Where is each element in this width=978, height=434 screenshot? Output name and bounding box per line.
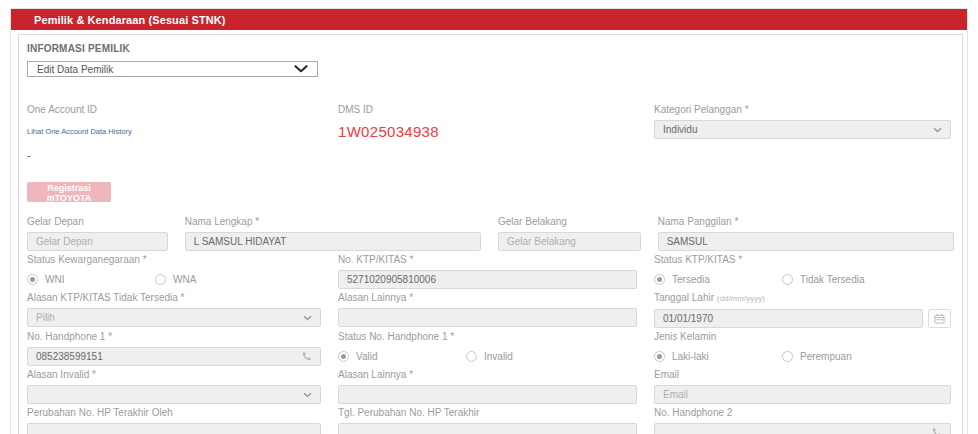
tgl-perubahan-hp-input[interactable] [338,423,637,434]
alasan-lainnya-ktp-label: Alasan Lainnya * [338,292,637,303]
phone-icon [931,427,942,434]
field-tanggal-lahir: Tanggal Lahir (dd/mm/yyyy) 01/01/1970 [654,292,951,328]
alasan-ktp-select[interactable]: Pilih [27,308,321,327]
status-no-handphone-1-label: Status No. Handphone 1 * [338,331,637,342]
gelar-depan-placeholder: Gelar Depan [36,236,93,247]
id-row: One Account ID Lihat One Account Data Hi… [27,104,954,161]
tgl-perubahan-hp-label: Tgl. Perubahan No. HP Terakhir [338,407,637,418]
radio-laki-laki[interactable]: Laki-laki [654,351,782,362]
chevron-down-icon [294,65,308,73]
one-account-id-label: One Account ID [27,104,321,115]
radio-tersedia-label: Tersedia [672,274,710,285]
gelar-depan-input[interactable]: Gelar Depan [27,232,168,251]
row-kewarganegaraan-ktp: Status Kewarganegaraan * WNI WNA No. KTP… [27,254,954,289]
field-no-ktp-kitas: No. KTP/KITAS * 5271020905810006 [338,254,637,289]
radio-valid-label: Valid [356,351,378,362]
radio-tidak-tersedia-label: Tidak Tersedia [800,274,864,285]
row-alasan-email: Alasan Invalid * Alasan Lainnya * Email … [27,369,954,404]
radio-selected-icon [338,351,349,362]
tanggal-lahir-label: Tanggal Lahir (dd/mm/yyyy) [654,292,951,304]
radio-unselected-icon [466,351,477,362]
gelar-belakang-input[interactable]: Gelar Belakang [498,232,641,251]
kategori-pelanggan-value: Individu [663,124,697,135]
field-perubahan-hp-oleh: Perubahan No. HP Terakhir Oleh [27,407,321,434]
dms-id-value: 1W025034938 [338,123,637,140]
tanggal-lahir-input[interactable]: 01/01/1970 [654,309,923,328]
no-handphone-1-value: 085238599151 [36,351,103,362]
chevron-down-icon [303,315,312,321]
radio-wni[interactable]: WNI [27,274,155,285]
no-ktp-kitas-label: No. KTP/KITAS * [338,254,637,265]
radio-selected-icon [27,274,38,285]
calendar-icon [934,313,945,324]
one-account-id-value: - [27,149,321,161]
email-input[interactable]: Email [654,385,951,404]
alasan-invalid-select[interactable] [27,385,321,404]
date-format-hint: (dd/mm/yyyy) [717,294,765,303]
radio-laki-laki-label: Laki-laki [672,351,709,362]
no-ktp-kitas-value: 5271020905810006 [347,274,436,285]
email-label: Email [654,369,951,380]
radio-valid[interactable]: Valid [338,351,466,362]
tanggal-lahir-value: 01/01/1970 [663,313,713,324]
radio-wna-label: WNA [173,274,196,285]
radio-tidak-tersedia[interactable]: Tidak Tersedia [782,274,864,285]
field-no-handphone-1: No. Handphone 1 * 085238599151 [27,331,321,366]
alasan-lainnya-ktp-input[interactable] [338,308,637,327]
radio-perempuan[interactable]: Perempuan [782,351,852,362]
edit-data-pemilik-select[interactable]: Edit Data Pemilik [27,61,318,77]
field-nama-panggilan: Nama Panggilan * SAMSUL [658,216,954,251]
field-no-handphone-2: No. Handphone 2 [654,407,951,434]
kategori-pelanggan-label: Kategori Pelanggan * [654,104,951,115]
one-account-history-link[interactable]: Lihat One Account Data History [27,127,132,136]
radio-unselected-icon [782,274,793,285]
row-handphone-kelamin: No. Handphone 1 * 085238599151 Status No… [27,331,954,366]
no-handphone-1-label: No. Handphone 1 * [27,331,321,342]
gelar-depan-label: Gelar Depan [27,216,168,227]
status-ktp-kitas-label: Status KTP/KITAS * [654,254,951,265]
kategori-pelanggan-block: Kategori Pelanggan * Individu [654,104,951,161]
no-ktp-kitas-input[interactable]: 5271020905810006 [338,270,637,289]
radio-invalid-label: Invalid [484,351,513,362]
field-alasan-ktp-tidak-tersedia: Alasan KTP/KITAS Tidak Tersedia * Pilih [27,292,321,328]
nama-lengkap-value: L SAMSUL HIDAYAT [194,236,287,247]
radio-invalid[interactable]: Invalid [466,351,513,362]
perubahan-hp-oleh-label: Perubahan No. HP Terakhir Oleh [27,407,321,418]
no-handphone-2-input[interactable] [654,423,951,434]
nama-panggilan-label: Nama Panggilan * [658,216,954,227]
radio-wna[interactable]: WNA [155,274,196,285]
field-alasan-lainnya-invalid: Alasan Lainnya * [338,369,637,404]
jenis-kelamin-label: Jenis Kelamin [654,331,951,342]
gelar-belakang-placeholder: Gelar Belakang [507,236,576,247]
radio-wni-label: WNI [45,274,64,285]
kategori-pelanggan-select[interactable]: Individu [654,120,951,139]
radio-selected-icon [654,274,665,285]
registrasi-mtoyota-button[interactable]: Registrasi mTOYOTA [27,182,111,202]
radio-unselected-icon [782,351,793,362]
email-placeholder: Email [663,389,688,400]
field-gelar-depan: Gelar Depan Gelar Depan [27,216,168,251]
row-alasan-tanggal: Alasan KTP/KITAS Tidak Tersedia * Pilih … [27,292,954,328]
radio-perempuan-label: Perempuan [800,351,852,362]
alasan-lainnya-invalid-label: Alasan Lainnya * [338,369,637,380]
alasan-ktp-value: Pilih [36,312,55,323]
no-handphone-1-input[interactable]: 085238599151 [27,347,321,366]
edit-data-pemilik-value: Edit Data Pemilik [37,64,113,75]
field-gelar-belakang: Gelar Belakang Gelar Belakang [498,216,641,251]
status-kewarganegaraan-label: Status Kewarganegaraan * [27,254,321,265]
nama-panggilan-input[interactable]: SAMSUL [658,232,954,251]
page-title: Pemilik & Kendaraan (Sesuai STNK) [34,14,226,26]
alasan-lainnya-invalid-input[interactable] [338,385,637,404]
row-perubahan-hp: Perubahan No. HP Terakhir Oleh Tgl. Peru… [27,407,954,434]
one-account-id-block: One Account ID Lihat One Account Data Hi… [27,104,321,161]
pemilik-kendaraan-card: Pemilik & Kendaraan (Sesuai STNK) INFORM… [10,8,968,434]
perubahan-hp-oleh-input[interactable] [27,423,321,434]
chevron-down-icon [303,392,312,398]
radio-tersedia[interactable]: Tersedia [654,274,782,285]
calendar-icon-button[interactable] [928,309,951,328]
gelar-belakang-label: Gelar Belakang [498,216,641,227]
nama-lengkap-input[interactable]: L SAMSUL HIDAYAT [185,232,481,251]
alasan-ktp-label: Alasan KTP/KITAS Tidak Tersedia * [27,292,321,303]
radio-selected-icon [654,351,665,362]
field-alasan-lainnya-ktp: Alasan Lainnya * [338,292,637,328]
